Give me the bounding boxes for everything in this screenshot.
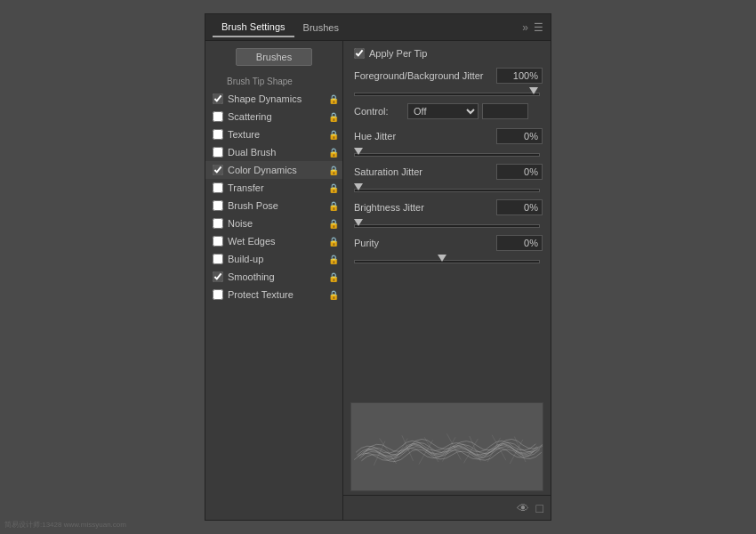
svg-rect-0 <box>351 422 543 473</box>
brush-preview-area <box>350 402 543 491</box>
sidebar-checkbox-smoothing[interactable] <box>213 271 223 282</box>
panel-icons: » ☰ <box>522 21 543 34</box>
control-value-input[interactable] <box>482 103 528 119</box>
sidebar-item-wet-edges[interactable]: Wet Edges🔒 <box>205 232 342 250</box>
bright-jitter-label: Brightness Jitter <box>354 202 496 213</box>
sidebar-label-texture: Texture <box>228 129 328 140</box>
lock-icon-shape-dynamics: 🔒 <box>328 94 339 104</box>
sidebar-checkbox-scattering[interactable] <box>213 111 223 122</box>
bright-jitter-slider[interactable] <box>354 221 540 231</box>
sidebar-label-scattering: Scattering <box>228 111 328 122</box>
sidebar-checkbox-wet-edges[interactable] <box>213 236 223 247</box>
lock-icon-protect-texture: 🔒 <box>328 290 339 300</box>
lock-icon-scattering: 🔒 <box>328 112 339 122</box>
lock-icon-texture: 🔒 <box>328 130 339 140</box>
sidebar-section-title: Brush Tip Shape <box>205 75 342 90</box>
lock-icon-smoothing: 🔒 <box>328 272 339 282</box>
hue-jitter-track <box>354 153 540 157</box>
sidebar-checkbox-noise[interactable] <box>213 218 223 229</box>
sidebar-label-build-up: Build-up <box>228 254 328 264</box>
lock-icon-brush-pose: 🔒 <box>328 201 339 211</box>
sidebar-checkbox-transfer[interactable] <box>213 182 223 193</box>
settings-area: Apply Per Tip Foreground/Background Jitt… <box>343 41 551 399</box>
sat-jitter-slider[interactable] <box>354 185 540 196</box>
sidebar-checkbox-color-dynamics[interactable] <box>213 165 223 175</box>
sidebar-item-build-up[interactable]: Build-up🔒 <box>205 250 342 268</box>
fg-bg-jitter-row: Foreground/Background Jitter <box>354 66 540 85</box>
expand-icon[interactable]: » <box>522 21 528 34</box>
sat-jitter-input[interactable] <box>496 164 543 180</box>
purity-row: Purity <box>354 233 540 253</box>
sat-jitter-track <box>354 189 540 192</box>
apply-per-tip-checkbox[interactable] <box>354 48 365 59</box>
watermark: 简易设计师:13428 www.missyuan.com <box>4 520 126 530</box>
purity-input[interactable] <box>496 235 543 251</box>
fg-bg-jitter-track <box>354 93 540 96</box>
sidebar-label-brush-pose: Brush Pose <box>228 200 328 211</box>
fg-bg-jitter-handle[interactable] <box>529 87 538 94</box>
menu-icon[interactable]: ☰ <box>534 21 543 34</box>
panel-tabs: Brush Settings Brushes » ☰ <box>205 14 551 41</box>
fg-bg-jitter-slider[interactable] <box>354 89 540 100</box>
sidebar-checkbox-dual-brush[interactable] <box>213 147 223 158</box>
lock-icon-color-dynamics: 🔒 <box>328 166 339 175</box>
sidebar-label-dual-brush: Dual Brush <box>228 147 328 158</box>
hue-jitter-slider[interactable] <box>354 150 540 160</box>
sidebar-item-shape-dynamics[interactable]: Shape Dynamics🔒 <box>205 90 342 108</box>
lock-icon-dual-brush: 🔒 <box>328 148 339 158</box>
lock-icon-build-up: 🔒 <box>328 255 339 264</box>
bright-jitter-track <box>354 224 540 228</box>
bright-jitter-handle[interactable] <box>354 219 363 226</box>
hue-jitter-handle[interactable] <box>354 148 363 155</box>
sidebar-checkbox-brush-pose[interactable] <box>213 200 223 211</box>
sidebar: Brushes Brush Tip Shape Shape Dynamics🔒S… <box>205 41 343 520</box>
sat-jitter-label: Saturation Jitter <box>354 166 496 177</box>
sidebar-item-dual-brush[interactable]: Dual Brush🔒 <box>205 143 342 161</box>
purity-label: Purity <box>354 238 496 248</box>
sidebar-item-noise[interactable]: Noise🔒 <box>205 214 342 232</box>
sidebar-item-protect-texture[interactable]: Protect Texture🔒 <box>205 286 342 303</box>
sidebar-item-brush-pose[interactable]: Brush Pose🔒 <box>205 197 342 214</box>
sidebar-label-shape-dynamics: Shape Dynamics <box>228 93 328 104</box>
purity-slider[interactable] <box>354 256 540 267</box>
brushes-btn-wrap: Brushes <box>205 48 342 66</box>
brush-settings-panel: Brush Settings Brushes » ☰ Brushes Brush… <box>205 13 551 521</box>
purity-track <box>354 260 540 263</box>
hue-jitter-row: Hue Jitter <box>354 126 540 146</box>
brushes-button[interactable]: Brushes <box>236 48 312 66</box>
sidebar-label-color-dynamics: Color Dynamics <box>228 165 328 175</box>
sidebar-checkbox-texture[interactable] <box>213 129 223 140</box>
tab-brushes[interactable]: Brushes <box>294 19 348 36</box>
hue-jitter-label: Hue Jitter <box>354 131 496 142</box>
fg-bg-jitter-label: Foreground/Background Jitter <box>354 70 496 81</box>
control-select[interactable]: Off Fade Pen Pressure Pen Tilt <box>407 103 479 119</box>
control-row: Control: Off Fade Pen Pressure Pen Tilt <box>354 101 540 121</box>
fg-bg-jitter-input[interactable] <box>496 68 543 84</box>
sidebar-item-texture[interactable]: Texture🔒 <box>205 125 342 143</box>
hue-jitter-input[interactable] <box>496 128 543 144</box>
sidebar-checkbox-shape-dynamics[interactable] <box>213 93 223 104</box>
purity-handle[interactable] <box>438 255 446 262</box>
apply-per-tip-row: Apply Per Tip <box>354 48 540 59</box>
bright-jitter-row: Brightness Jitter <box>354 198 540 217</box>
sidebar-label-transfer: Transfer <box>228 182 328 193</box>
eye-icon[interactable]: 👁 <box>517 501 529 515</box>
lock-icon-wet-edges: 🔒 <box>328 237 339 247</box>
sidebar-item-smoothing[interactable]: Smoothing🔒 <box>205 268 342 286</box>
sidebar-item-transfer[interactable]: Transfer🔒 <box>205 179 342 197</box>
sidebar-item-scattering[interactable]: Scattering🔒 <box>205 108 342 125</box>
sat-jitter-handle[interactable] <box>354 183 363 190</box>
apply-per-tip-label: Apply Per Tip <box>369 48 427 59</box>
bright-jitter-input[interactable] <box>496 199 543 215</box>
sat-jitter-row: Saturation Jitter <box>354 162 540 182</box>
sidebar-checkbox-build-up[interactable] <box>213 254 223 264</box>
main-content: Apply Per Tip Foreground/Background Jitt… <box>343 41 551 520</box>
tab-brush-settings[interactable]: Brush Settings <box>213 18 294 37</box>
new-brush-icon[interactable]: □ <box>536 501 543 515</box>
sidebar-item-color-dynamics[interactable]: Color Dynamics🔒 <box>205 161 342 179</box>
sidebar-label-wet-edges: Wet Edges <box>228 236 328 247</box>
sidebar-label-protect-texture: Protect Texture <box>228 289 328 300</box>
sidebar-checkbox-protect-texture[interactable] <box>213 289 223 300</box>
preview-footer: 👁 □ <box>343 495 551 520</box>
control-label: Control: <box>354 106 407 117</box>
